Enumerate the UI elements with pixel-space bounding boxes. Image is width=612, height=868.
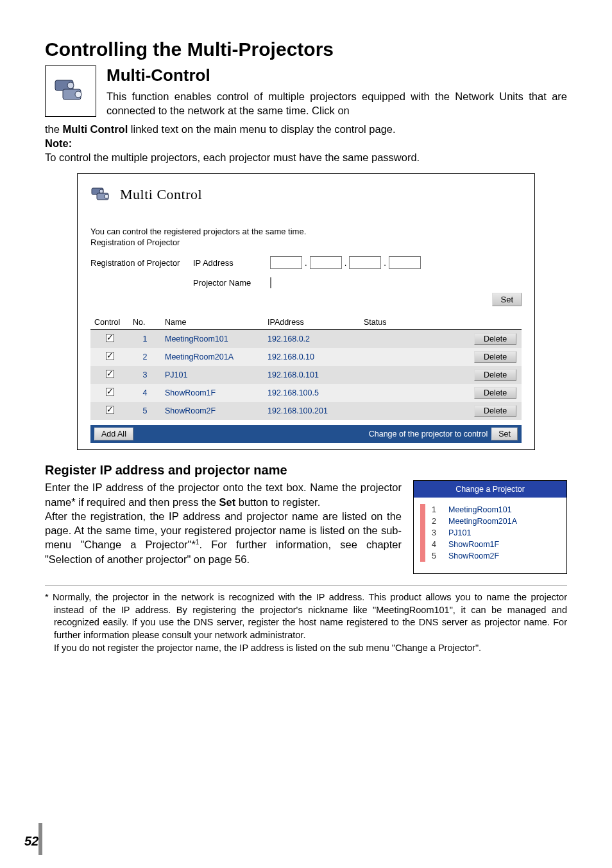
list-item: 2 MeetingRoom201A — [432, 516, 560, 527]
svg-point-5 — [99, 189, 103, 193]
th-action — [470, 315, 522, 330]
row-ip: 192.168.0.10 — [264, 348, 360, 366]
section-title: Multi-Control — [106, 65, 567, 85]
panel-subhead: Registration of Projector — [90, 238, 522, 247]
submenu-link[interactable]: PJ101 — [448, 528, 471, 537]
change-set-button[interactable]: Set — [491, 428, 518, 440]
page-tab — [38, 823, 42, 855]
control-checkbox[interactable] — [106, 334, 114, 342]
projector-table: Control No. Name IPAddress Status 1 Meet… — [90, 315, 522, 420]
intro-text-b: the Multi Control linked text on the mai… — [45, 122, 567, 136]
ip-address-inputs: . . . — [270, 256, 421, 269]
svg-point-7 — [105, 195, 108, 198]
ip-address-label: IP Address — [193, 258, 264, 268]
ip-octet-4[interactable] — [389, 256, 421, 269]
list-item: 1 MeetingRoom101 — [432, 504, 560, 516]
submenu-stripe — [420, 504, 425, 562]
submenu-link[interactable]: ShowRoom2F — [448, 551, 499, 560]
registration-label: Registration of Projector — [90, 258, 187, 268]
svg-point-3 — [75, 91, 81, 98]
th-control: Control — [90, 315, 129, 330]
control-checkbox[interactable] — [106, 406, 114, 414]
row-ip: 192.168.100.201 — [264, 402, 360, 420]
row-name[interactable]: ShowRoom2F — [161, 402, 264, 420]
svg-point-1 — [67, 82, 74, 89]
submenu-header: Change a Projector — [414, 481, 566, 498]
change-projector-submenu: Change a Projector 1 MeetingRoom101 2 Me… — [413, 480, 567, 574]
delete-button[interactable]: Delete — [474, 333, 516, 345]
row-name[interactable]: PJ101 — [161, 366, 264, 384]
divider — [45, 586, 567, 586]
row-ip: 192.168.100.5 — [264, 384, 360, 402]
panel-desc: You can control the registered projector… — [90, 227, 522, 236]
table-row: 5 ShowRoom2F 192.168.100.201 Delete — [90, 402, 522, 420]
ip-octet-1[interactable] — [270, 256, 302, 269]
note-label: Note: — [45, 137, 72, 149]
row-no: 3 — [129, 366, 161, 384]
list-item: 5 ShowRoom2F — [432, 550, 560, 562]
multi-control-panel: Multi Control You can control the regist… — [77, 173, 535, 450]
row-ip: 192.168.0.101 — [264, 366, 360, 384]
row-no: 1 — [129, 330, 161, 349]
note-body: To control the multiple projectors, each… — [45, 150, 567, 164]
row-no: 2 — [129, 348, 161, 366]
row-ip: 192.168.0.2 — [264, 330, 360, 349]
panel-title: Multi Control — [120, 186, 202, 203]
submenu-link[interactable]: MeetingRoom101 — [448, 505, 512, 514]
multi-projector-small-icon — [90, 186, 112, 204]
row-no: 4 — [129, 384, 161, 402]
ip-octet-3[interactable] — [349, 256, 381, 269]
add-all-button[interactable]: Add All — [94, 428, 133, 440]
ip-octet-2[interactable] — [310, 256, 342, 269]
table-row: 2 MeetingRoom201A 192.168.0.10 Delete — [90, 348, 522, 366]
th-no: No. — [129, 315, 161, 330]
set-button[interactable]: Set — [492, 293, 522, 306]
row-name[interactable]: MeetingRoom201A — [161, 348, 264, 366]
table-row: 3 PJ101 192.168.0.101 Delete — [90, 366, 522, 384]
row-name[interactable]: ShowRoom1F — [161, 384, 264, 402]
panel-footer: Add All Change of the projector to contr… — [90, 425, 522, 443]
control-checkbox[interactable] — [106, 370, 114, 378]
submenu-link[interactable]: ShowRoom1F — [448, 540, 499, 549]
control-checkbox[interactable] — [106, 352, 114, 360]
intro-text-a: This function enables control of multipl… — [106, 89, 567, 118]
delete-button[interactable]: Delete — [474, 387, 516, 399]
page-number: 52 — [24, 834, 38, 849]
control-checkbox[interactable] — [106, 388, 114, 396]
footnote: * Normally, the projector in the network… — [45, 591, 567, 654]
th-status: Status — [360, 315, 470, 330]
th-name: Name — [161, 315, 264, 330]
register-heading: Register IP address and projector name — [45, 463, 567, 478]
row-no: 5 — [129, 402, 161, 420]
projector-name-input[interactable] — [270, 277, 271, 288]
submenu-link[interactable]: MeetingRoom201A — [448, 517, 517, 526]
multi-projector-icon — [45, 65, 96, 117]
list-item: 4 ShowRoom1F — [432, 539, 560, 550]
table-row: 1 MeetingRoom101 192.168.0.2 Delete — [90, 330, 522, 349]
projector-name-label: Projector Name — [193, 278, 264, 288]
th-ip: IPAddress — [264, 315, 360, 330]
change-projector-label: Change of the projector to control — [369, 430, 488, 438]
delete-button[interactable]: Delete — [474, 405, 516, 417]
page-title: Controlling the Multi-Projectors — [45, 39, 567, 60]
table-row: 4 ShowRoom1F 192.168.100.5 Delete — [90, 384, 522, 402]
delete-button[interactable]: Delete — [474, 351, 516, 363]
register-text: Enter the IP address of the projector on… — [45, 480, 402, 566]
list-item: 3 PJ101 — [432, 527, 560, 539]
delete-button[interactable]: Delete — [474, 369, 516, 381]
row-name[interactable]: MeetingRoom101 — [161, 330, 264, 349]
